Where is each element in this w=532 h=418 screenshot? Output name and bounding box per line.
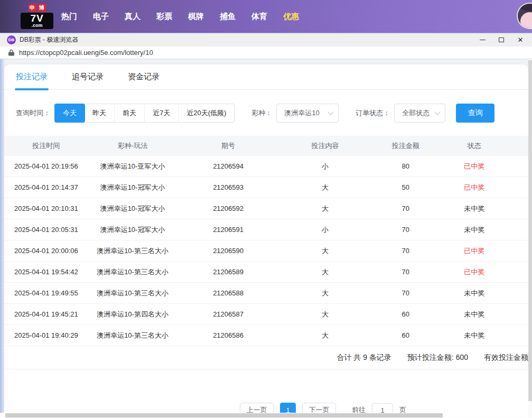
close-button[interactable]: ✕	[511, 33, 530, 47]
browser-app-icon: DB	[7, 35, 16, 44]
nav-item-电子[interactable]: 电子	[93, 12, 109, 22]
filter-bar: 查询时间： 今天昨天前天近7天近20天(低频) 彩种： 澳洲幸运10 订单状态：…	[16, 104, 528, 123]
window-title: DB彩票 - 极速浏览器	[20, 35, 78, 44]
table-row: 2025-04-01 19:45:21澳洲幸运10-第四名大小21206587大…	[4, 304, 528, 325]
table-row: 2025-04-01 20:10:31澳洲幸运10-冠军大小21206592大7…	[4, 198, 528, 219]
bet-content: 大	[279, 246, 371, 256]
logo-badge-right: 博	[38, 4, 46, 12]
column-header: 彩种-玩法	[88, 141, 178, 151]
bet-status: 未中奖	[440, 310, 508, 319]
issue-number: 21206587	[177, 310, 279, 318]
summary-valid: 有效投注金额	[484, 353, 528, 363]
nav-item-体育[interactable]: 体育	[251, 12, 267, 22]
time-filter-label: 查询时间：	[16, 108, 50, 118]
time-option-前天[interactable]: 前天	[114, 104, 144, 122]
horizontal-scrollbar-thumb[interactable]	[5, 413, 443, 417]
window-titlebar: DB DB彩票 - 极速浏览器 ✕	[0, 33, 532, 47]
table-row: 2025-04-01 20:00:06澳洲幸运10-第三名大小21206590大…	[4, 240, 528, 262]
game-play: 澳洲幸运10-亚军大小	[88, 162, 178, 171]
column-header: 投注金额	[371, 141, 440, 151]
page-viewport: 投注记录追号记录资金记录 查询时间： 今天昨天前天近7天近20天(低频) 彩种：…	[0, 59, 532, 417]
bet-status: 未中奖	[440, 204, 508, 213]
issue-number: 21206586	[177, 331, 279, 339]
tab-投注记录[interactable]: 投注记录	[16, 64, 48, 89]
game-play: 澳洲幸运10-冠军大小	[88, 183, 178, 192]
bet-time: 2025-04-01 19:49:55	[4, 289, 88, 297]
nav-item-优惠[interactable]: 优惠	[283, 12, 299, 22]
bet-status: 已中奖	[440, 267, 508, 277]
issue-number: 21206592	[177, 205, 279, 212]
table-row: 2025-04-01 20:19:56澳洲幸运10-亚军大小21206594小8…	[4, 156, 528, 177]
main-nav: 热门电子真人彩票棋牌捕鱼体育优惠	[61, 12, 299, 22]
table-row: 2025-04-01 19:40:29澳洲幸运10-第三名大小21206586大…	[4, 325, 528, 346]
minimize-icon	[480, 40, 486, 41]
column-header: 投注内容	[279, 141, 371, 151]
bet-amount: 70	[371, 205, 440, 212]
minimize-button[interactable]	[473, 33, 492, 47]
bet-amount: 70	[371, 247, 440, 255]
time-option-昨天[interactable]: 昨天	[85, 104, 114, 122]
game-play: 澳洲幸运10-第三名大小	[88, 267, 178, 277]
lottery-select-value: 澳洲幸运10	[284, 108, 319, 118]
game-play: 澳洲幸运10-冠军大小	[88, 225, 178, 235]
summary-total: 合计 共 9 条记录	[337, 353, 391, 363]
bet-status: 已中奖	[440, 183, 508, 192]
bet-time: 2025-04-01 19:40:29	[4, 331, 88, 339]
nav-item-彩票[interactable]: 彩票	[156, 12, 172, 22]
logo-badge-left: 申	[29, 4, 36, 12]
lock-icon	[8, 49, 14, 56]
bet-status: 已中奖	[440, 246, 508, 256]
nav-item-真人[interactable]: 真人	[125, 12, 141, 22]
game-play: 澳洲幸运10-第四名大小	[88, 310, 178, 319]
user-avatar[interactable]	[517, 3, 532, 29]
bet-time: 2025-04-01 20:10:31	[4, 205, 88, 212]
time-option-近7天[interactable]: 近7天	[144, 104, 178, 122]
status-select-value: 全部状态	[402, 108, 430, 118]
chevron-down-icon	[328, 109, 334, 115]
vertical-scrollbar[interactable]	[528, 59, 532, 417]
bet-amount: 60	[371, 310, 440, 318]
bet-content: 大	[279, 310, 371, 319]
table-row: 2025-04-01 20:14:37澳洲幸运10-冠军大小21206593大5…	[4, 177, 528, 198]
bet-content: 小	[279, 225, 371, 235]
game-play: 澳洲幸运10-第三名大小	[88, 246, 178, 256]
bet-amount: 70	[371, 226, 440, 234]
horizontal-scrollbar[interactable]	[0, 413, 528, 417]
time-option-今天[interactable]: 今天	[54, 104, 85, 123]
query-button[interactable]: 查询	[456, 104, 494, 123]
logo-mark: 7V .com	[21, 13, 53, 29]
status-select[interactable]: 全部状态	[394, 104, 445, 123]
nav-item-热门[interactable]: 热门	[61, 12, 77, 22]
issue-number: 21206589	[177, 268, 279, 276]
tab-追号记录[interactable]: 追号记录	[72, 64, 104, 89]
bet-status: 已中奖	[440, 162, 508, 171]
tab-资金记录[interactable]: 资金记录	[128, 64, 160, 89]
logo-main-text: 7V	[21, 13, 53, 23]
bet-content: 大	[279, 289, 371, 298]
bet-content: 大	[279, 267, 371, 277]
chevron-down-icon	[435, 109, 441, 115]
game-play: 澳洲幸运10-第三名大小	[88, 331, 178, 340]
nav-item-棋牌[interactable]: 棋牌	[188, 12, 204, 22]
address-bar[interactable]: https://ctopcp02pcali.uengi5e.com/lotter…	[0, 47, 532, 59]
bet-time: 2025-04-01 19:45:21	[4, 310, 88, 318]
lottery-select[interactable]: 澳洲幸运10	[276, 104, 339, 123]
column-header: 投注时间	[4, 141, 88, 151]
game-play: 澳洲幸运10-第三名大小	[88, 289, 178, 298]
maximize-icon	[499, 38, 504, 42]
content-card: 投注记录追号记录资金记录 查询时间： 今天昨天前天近7天近20天(低频) 彩种：…	[4, 64, 528, 417]
vertical-scrollbar-thumb[interactable]	[528, 60, 532, 401]
time-option-近20天(低频)[interactable]: 近20天(低频)	[178, 104, 234, 122]
bet-content: 大	[279, 183, 371, 192]
issue-number: 21206590	[177, 247, 279, 255]
bet-amount: 70	[371, 268, 440, 276]
url-text[interactable]: https://ctopcp02pcali.uengi5e.com/lotter…	[19, 49, 153, 57]
maximize-button[interactable]	[492, 33, 511, 47]
site-logo[interactable]: 申 博 7V .com	[20, 4, 54, 29]
bet-amount: 80	[371, 162, 440, 170]
nav-item-捕鱼[interactable]: 捕鱼	[220, 12, 236, 22]
bet-status: 未中奖	[440, 331, 508, 340]
bet-time: 2025-04-01 19:54:42	[4, 268, 88, 276]
bet-time: 2025-04-01 20:05:31	[4, 226, 88, 234]
column-header: 期号	[177, 141, 279, 151]
